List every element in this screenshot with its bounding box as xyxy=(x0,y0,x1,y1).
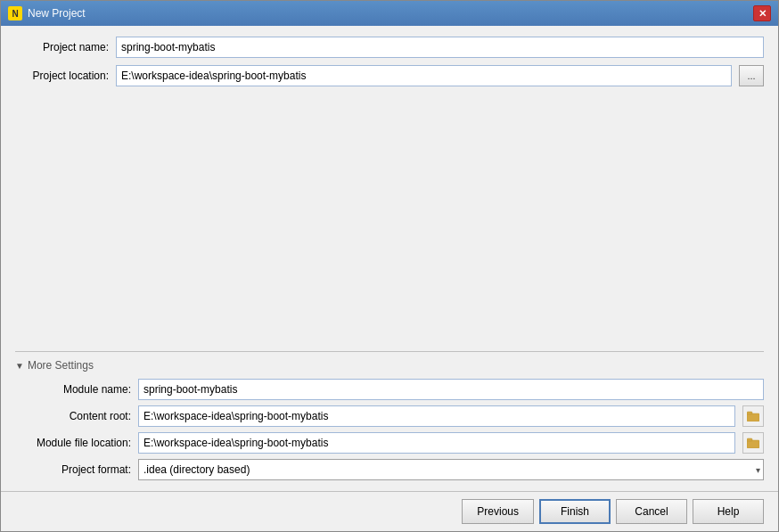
svg-rect-0 xyxy=(747,413,759,422)
folder-icon xyxy=(747,411,759,422)
content-spacer xyxy=(15,94,764,344)
more-settings-header[interactable]: ▼ More Settings xyxy=(15,359,764,372)
window-title: New Project xyxy=(28,7,86,20)
module-file-location-label: Module file location: xyxy=(15,437,131,449)
previous-button[interactable]: Previous xyxy=(462,499,534,524)
folder-icon-2 xyxy=(747,438,759,448)
more-settings-section: ▼ More Settings Module name: Content roo… xyxy=(15,351,764,480)
content-root-label: Content root: xyxy=(15,410,131,422)
finish-button[interactable]: Finish xyxy=(539,499,611,524)
svg-rect-1 xyxy=(747,412,752,414)
collapse-arrow-icon: ▼ xyxy=(15,361,24,371)
module-name-label: Module name: xyxy=(15,383,131,396)
content-root-row: Content root: xyxy=(15,405,764,427)
svg-rect-2 xyxy=(747,440,759,448)
project-location-input[interactable] xyxy=(116,65,732,86)
project-location-label: Project location: xyxy=(15,70,109,82)
help-button[interactable]: Help xyxy=(693,499,764,524)
svg-rect-3 xyxy=(747,438,752,441)
project-location-row: Project location: ... xyxy=(15,65,764,86)
project-format-row: Project format: .idea (directory based) … xyxy=(15,459,764,480)
project-name-label: Project name: xyxy=(15,41,109,53)
dialog-window: N New Project ✕ Project name: Project lo… xyxy=(0,0,779,532)
project-name-input[interactable] xyxy=(116,37,764,58)
content-root-browse-button[interactable] xyxy=(742,405,764,427)
module-file-location-browse-button[interactable] xyxy=(742,432,764,454)
close-button[interactable]: ✕ xyxy=(753,5,771,21)
more-settings-label: More Settings xyxy=(28,359,94,372)
project-format-wrapper: .idea (directory based) ▾ xyxy=(138,459,764,480)
content-root-input[interactable] xyxy=(138,405,735,427)
window-icon: N xyxy=(8,6,22,20)
browse-button[interactable]: ... xyxy=(739,65,764,86)
module-name-input[interactable] xyxy=(138,379,764,400)
title-bar-left: N New Project xyxy=(8,6,86,20)
bottom-bar: Previous Finish Cancel Help xyxy=(1,491,778,531)
project-format-select[interactable]: .idea (directory based) xyxy=(138,459,764,480)
dialog-content: Project name: Project location: ... ▼ Mo… xyxy=(1,26,778,491)
title-bar: N New Project ✕ xyxy=(1,1,778,26)
module-file-location-row: Module file location: xyxy=(15,432,764,454)
module-file-location-input[interactable] xyxy=(138,432,735,454)
project-format-label: Project format: xyxy=(15,463,131,476)
more-settings-form: Module name: Content root: xyxy=(15,379,764,480)
cancel-button[interactable]: Cancel xyxy=(616,499,687,524)
project-name-row: Project name: xyxy=(15,37,764,58)
module-name-row: Module name: xyxy=(15,379,764,400)
